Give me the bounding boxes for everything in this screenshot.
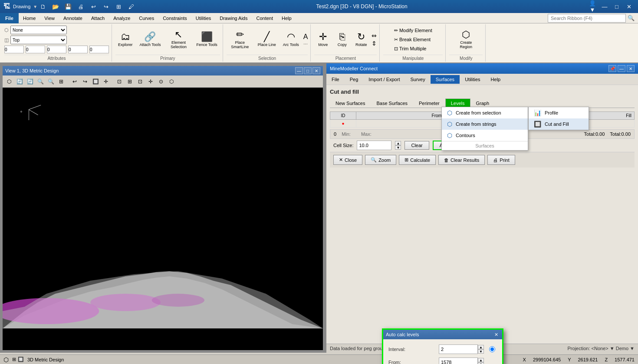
tab-levels[interactable]: Levels [445,98,470,108]
vp-btn-16[interactable]: ⬡ [167,77,176,86]
print-btn[interactable]: 🖨 Print [487,155,515,165]
from-down[interactable]: ▼ [478,362,484,364]
text-icon[interactable]: A [303,33,308,41]
mine-status-right[interactable]: Projection: <None> ▼ Demo ▼ [568,346,635,351]
qa-open[interactable]: 📂 [50,2,61,11]
menu-drawing-aids[interactable]: Drawing Aids [215,13,252,23]
cell-size-input[interactable] [357,141,391,150]
interval-radio[interactable] [489,346,495,352]
search-icon[interactable]: 🔍 [628,15,635,21]
sb-icon2[interactable]: 🔲 [18,357,24,362]
modify-element-btn[interactable]: ✏ Modify Element [392,26,434,35]
profile-item[interactable]: 📊 Profile [529,107,589,118]
mine-menu-survey[interactable]: Survey [405,75,430,84]
tab-perimeter[interactable]: Perimeter [413,98,445,108]
vp-btn-6[interactable]: ⊞ [56,77,66,86]
qa-print[interactable]: 🖨 [75,2,86,11]
mine-menu-import-export[interactable]: Import / Export [363,75,405,84]
qa-redo[interactable]: ↪ [100,2,112,11]
clear-results-btn[interactable]: 🗑 Clear Results [438,155,485,165]
contours-item[interactable]: ⬡ Contours [442,130,528,141]
move-btn[interactable]: ✛ Move [314,30,332,49]
menu-attach[interactable]: Attach [87,13,109,23]
tab-base-surfaces[interactable]: Base Surfaces [371,98,413,108]
create-from-strings-item[interactable]: ⬡ Create from strings [442,118,528,130]
cell-size-down[interactable]: ▼ [395,145,401,150]
menu-view[interactable]: View [40,13,59,23]
attr-input1[interactable] [4,46,24,53]
viewport-minimize[interactable]: — [295,67,303,74]
menu-content[interactable]: Content [252,13,277,23]
menu-help[interactable]: Help [277,13,296,23]
place-smartline-btn[interactable]: ✏ Place SmartLine [227,28,253,51]
more-tools-icon[interactable]: ⋯ [303,42,308,46]
cut-and-fill-item[interactable]: 🔲 Cut and Fill [529,118,589,130]
minimize-btn[interactable]: — [599,2,610,11]
vp-btn-14[interactable]: ✛ [146,77,155,86]
interval-down[interactable]: ▼ [478,349,484,354]
tab-graph[interactable]: Graph [470,98,495,108]
attr-input4[interactable] [68,46,88,53]
from-input[interactable] [439,357,478,364]
viewport-close[interactable]: ✕ [312,67,320,74]
qa-new[interactable]: 🗋 [37,2,49,11]
close-btn-panel[interactable]: ✕ Close [333,155,362,165]
mine-close-btn[interactable]: ✕ [627,65,635,72]
sb-icon1[interactable]: ⊞ [12,357,16,362]
tab-new-surfaces[interactable]: New Surfaces [330,98,371,108]
vp-btn-5[interactable]: 🔍 [46,77,56,86]
vp-btn-13[interactable]: ⊡ [135,77,145,86]
interval-input[interactable] [439,344,478,354]
vp-btn-12[interactable]: ⊞ [125,77,135,86]
menu-constraints[interactable]: Constraints [158,13,191,23]
rotate-btn[interactable]: ↻ Rotate [352,30,370,49]
user-btn[interactable]: 👤 ▼ [587,2,598,11]
qa-extra2[interactable]: 🖊 [125,2,137,11]
vp-btn-15[interactable]: ⊙ [156,77,166,86]
vp-btn-8[interactable]: ↪ [80,77,90,86]
close-btn[interactable]: ✕ [623,2,635,11]
attr-input3[interactable] [47,46,66,53]
viewport-maximize[interactable]: □ [304,67,312,74]
status-icon[interactable]: ⬡ [3,356,9,363]
break-element-btn[interactable]: ✂ Break Element [392,36,434,44]
menu-home[interactable]: Home [19,13,40,23]
vp-btn-3[interactable]: 🔄 [25,77,35,86]
search-input[interactable] [548,14,626,23]
vp-btn-9[interactable]: 🔲 [91,77,100,86]
mirror-icon[interactable]: ⇕ [372,40,377,47]
interval-up[interactable]: ▲ [478,345,484,349]
cell-size-up[interactable]: ▲ [395,141,401,145]
clear-btn[interactable]: Clear [405,141,429,150]
attr-input5[interactable] [89,46,109,53]
view-select[interactable]: Top [10,36,67,44]
trim-multiple-btn[interactable]: ⊡ Trim Multiple [392,45,434,53]
dropdown-arrow[interactable]: ▼ [33,4,37,9]
create-from-selection-item[interactable]: ⬡ Create from selection [442,107,528,118]
mine-menu-help[interactable]: Help [486,75,506,84]
qa-extra[interactable]: ⊞ [113,2,124,11]
vp-btn-1[interactable]: ⬡ [4,77,14,86]
vp-btn-11[interactable]: ⊡ [115,77,124,86]
vp-btn-2[interactable]: 🔄 [15,77,24,86]
vp-btn-4[interactable]: 🔍 [36,77,45,86]
arc-tools-btn[interactable]: ◠ Arc Tools [280,30,302,49]
file-menu[interactable]: File [0,13,19,23]
mine-menu-peg[interactable]: Peg [345,75,364,84]
from-up[interactable]: ▲ [478,358,484,362]
vp-btn-10[interactable]: ✛ [101,77,111,86]
maximize-btn[interactable]: □ [611,2,622,11]
explorer-btn[interactable]: 🗂 Explorer [115,30,135,49]
menu-annotate[interactable]: Annotate [59,13,87,23]
menu-analyze[interactable]: Analyze [109,13,135,23]
mine-pin-btn[interactable]: 📌 [608,65,616,72]
mine-menu-file[interactable]: File [326,75,345,84]
place-line-btn[interactable]: ╱ Place Line [255,30,279,49]
scale-icon[interactable]: ⇔ [372,32,377,39]
element-selection-btn[interactable]: ↖ Element Selection [165,28,192,51]
menu-utilities[interactable]: Utilities [191,13,215,23]
qa-undo[interactable]: ↩ [88,2,99,11]
zoom-btn[interactable]: 🔍 Zoom [365,155,396,165]
mine-minimize-btn[interactable]: — [618,65,625,72]
attach-tools-btn[interactable]: 🔗 Attach Tools [137,30,164,49]
